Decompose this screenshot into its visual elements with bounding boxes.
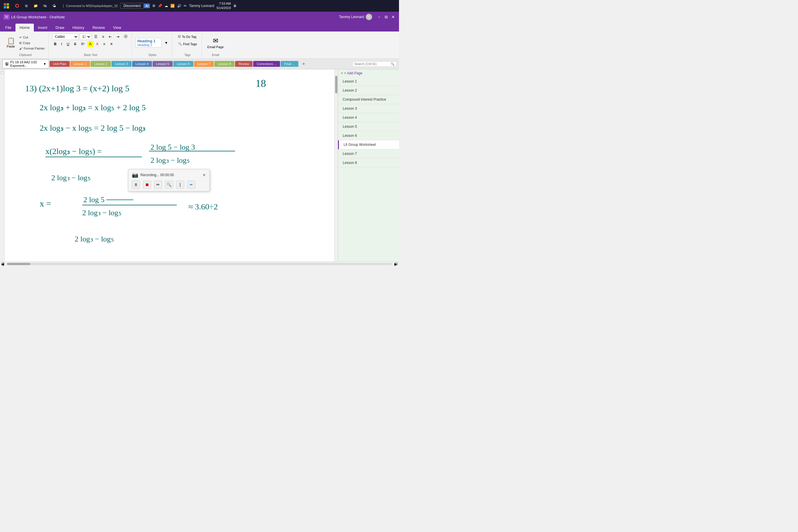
- notification-icon[interactable]: 🖥: [233, 4, 236, 8]
- styles-picker[interactable]: Heading 1 Heading 2: [135, 38, 162, 48]
- list-item[interactable]: Lesson 1: [338, 77, 399, 86]
- highlight-tool-button[interactable]: ✒: [187, 180, 195, 189]
- disconnect-button[interactable]: Disconnect: [120, 3, 144, 9]
- tab-lesson1[interactable]: Lesson 1: [70, 61, 90, 67]
- to-do-label: To Do Tag: [182, 35, 196, 38]
- scroll-left-arrow[interactable]: ◀: [1, 262, 5, 266]
- taskbar-icon-pen[interactable]: ✏: [184, 4, 187, 8]
- copy-button[interactable]: ⧉ Copy: [18, 40, 46, 45]
- list-item[interactable]: Lesson 2: [338, 86, 399, 95]
- svg-text:≈  3.60÷2: ≈ 3.60÷2: [188, 202, 218, 211]
- stop-button[interactable]: ⏹: [143, 180, 151, 189]
- lesson5-label: Lesson 5: [156, 62, 169, 65]
- avatar[interactable]: TL: [366, 14, 372, 20]
- list-item[interactable]: Compound Interest Practice: [338, 95, 399, 104]
- task-view-icon[interactable]: ⧉: [22, 2, 30, 10]
- list-item[interactable]: Lesson 7: [338, 149, 399, 158]
- close-button[interactable]: ✕: [391, 15, 396, 19]
- font-selector[interactable]: Calibri: [52, 34, 78, 40]
- recording-close-button[interactable]: ✕: [203, 173, 206, 177]
- taskbar-icon-pin[interactable]: 📌: [158, 4, 162, 8]
- tab-lesson3[interactable]: Lesson 3: [111, 61, 132, 67]
- tab-history[interactable]: History: [69, 24, 88, 32]
- increase-indent-button[interactable]: ⇥: [115, 34, 121, 40]
- tab-lesson4[interactable]: Lesson 4: [132, 61, 152, 67]
- tab-review[interactable]: Review: [88, 24, 109, 32]
- clipboard-small-buttons: ✂ Cut ⧉ Copy 🖌 Format Painter: [18, 35, 46, 51]
- cut-button[interactable]: ✂ Cut: [18, 35, 46, 40]
- bullet-list-button[interactable]: ☰: [93, 34, 99, 40]
- windows-icon[interactable]: [2, 2, 11, 10]
- ai-badge[interactable]: Ai: [144, 3, 150, 8]
- page-content[interactable]: 13) (2x+1)log 3 = (x+2) log 5 2x log₃ + …: [5, 70, 338, 261]
- file-explorer-icon[interactable]: 📁: [32, 2, 40, 10]
- scroll-track[interactable]: [7, 263, 392, 265]
- decrease-indent-button[interactable]: ⇤: [107, 34, 113, 40]
- weather-icon[interactable]: 🌤: [50, 2, 58, 10]
- taskbar-icon-cloud[interactable]: ☁: [165, 4, 168, 8]
- italic-button[interactable]: I: [59, 41, 64, 47]
- highlight-button[interactable]: A: [88, 41, 93, 47]
- find-tags-button[interactable]: 🔍 Find Tags: [176, 40, 199, 47]
- tab-review[interactable]: Review: [235, 61, 252, 67]
- search-taskbar-icon[interactable]: ⭕: [13, 2, 21, 10]
- tab-insert[interactable]: Insert: [34, 24, 52, 32]
- pause-button[interactable]: ⏸: [132, 180, 140, 189]
- font-size-selector[interactable]: 11: [80, 34, 91, 40]
- search-input[interactable]: [354, 62, 390, 65]
- tab-lesson8[interactable]: Lesson 8: [214, 61, 234, 67]
- clear-format-button[interactable]: Ⓐ: [122, 33, 129, 40]
- more-button[interactable]: ✕: [108, 41, 115, 47]
- superscript-button[interactable]: X²: [79, 41, 86, 47]
- tab-file[interactable]: File: [1, 24, 16, 32]
- zoom-button[interactable]: 🔍: [165, 180, 173, 189]
- tab-lesson5[interactable]: Lesson 5: [153, 61, 173, 67]
- tags-group: ☑ To Do Tag 🔍 Find Tags Tags: [173, 33, 202, 57]
- taskbar-icon-settings[interactable]: ⚙: [152, 4, 155, 8]
- add-section-button[interactable]: +: [299, 60, 309, 68]
- search-icon[interactable]: 🔍: [391, 62, 395, 66]
- add-page-button[interactable]: + + Add Page: [338, 70, 399, 77]
- bold-button[interactable]: B: [52, 41, 58, 47]
- store-icon[interactable]: 🛍: [41, 2, 49, 10]
- taskbar-icon-network[interactable]: 📶: [170, 4, 175, 8]
- scroll-thumb[interactable]: [335, 76, 338, 93]
- list-item[interactable]: Lesson 8: [338, 158, 399, 167]
- tab-corrections[interactable]: Corrections ...: [253, 61, 280, 67]
- notebook-selector[interactable]: 📓 P1 18-19 AA2 U10 Exponenti... ▼: [2, 59, 49, 69]
- minimize-button[interactable]: −: [377, 15, 381, 19]
- styles-dropdown[interactable]: ▼: [163, 40, 170, 46]
- tab-final[interactable]: Final ...: [281, 61, 298, 67]
- list-item-active[interactable]: L6 Group Worksheet: [338, 140, 399, 149]
- tab-unit-plan[interactable]: Unit Plan: [50, 61, 70, 67]
- tab-home[interactable]: Home: [16, 24, 34, 32]
- tab-draw[interactable]: Draw: [51, 24, 68, 32]
- font-color-button[interactable]: A: [95, 41, 100, 47]
- scroll-right-arrow[interactable]: ▶: [394, 262, 398, 266]
- list-item[interactable]: Lesson 6: [338, 131, 399, 140]
- strikethrough-button[interactable]: S: [72, 41, 78, 47]
- pen-tool-button[interactable]: ✏: [154, 180, 162, 189]
- align-button[interactable]: ≡: [101, 41, 107, 47]
- email-page-button[interactable]: ✉ Email Page: [205, 36, 226, 50]
- scroll-thumb-h[interactable]: [7, 263, 30, 265]
- tab-lesson7[interactable]: Lesson 7: [194, 61, 214, 67]
- tab-lesson6[interactable]: Lesson 6: [173, 61, 193, 67]
- list-item[interactable]: Lesson 3: [338, 104, 399, 113]
- list-item[interactable]: Lesson 4: [338, 113, 399, 122]
- taskbar-icon-volume[interactable]: 🔊: [177, 4, 182, 8]
- restore-button[interactable]: ⧉: [384, 15, 388, 19]
- left-scroll[interactable]: [0, 70, 5, 261]
- list-item[interactable]: Lesson 5: [338, 122, 399, 131]
- numbered-list-button[interactable]: ≡: [100, 34, 106, 40]
- onenote-icon[interactable]: N: [3, 14, 10, 20]
- tab-view[interactable]: View: [109, 24, 126, 32]
- paste-button[interactable]: 📋 Paste: [5, 36, 17, 50]
- svg-text:x(2log₃ − log₅) =: x(2log₃ − log₅) =: [45, 147, 102, 156]
- vertical-scrollbar[interactable]: [334, 70, 338, 261]
- tab-lesson2[interactable]: Lesson 2: [91, 61, 111, 67]
- format-painter-button[interactable]: 🖌 Format Painter: [18, 46, 46, 51]
- bottom-scrollbar[interactable]: ◀ ▶: [0, 261, 399, 266]
- to-do-button[interactable]: ☑ To Do Tag: [176, 33, 199, 40]
- underline-button[interactable]: U: [65, 41, 71, 47]
